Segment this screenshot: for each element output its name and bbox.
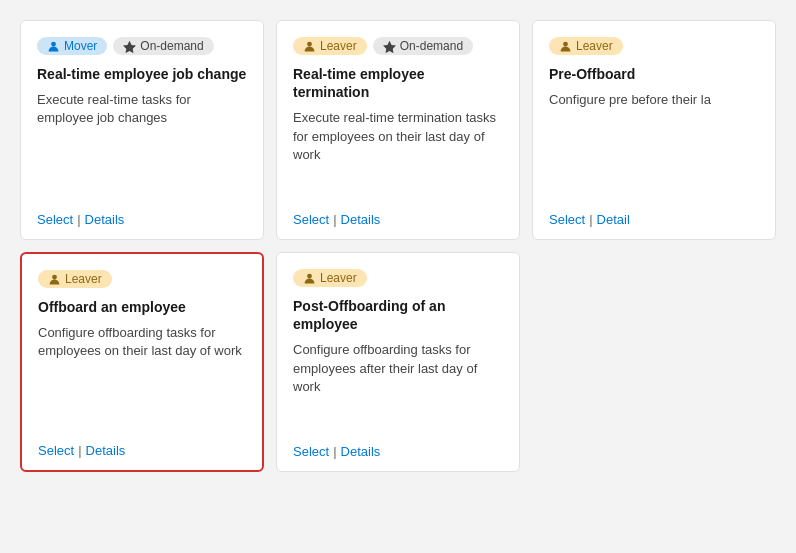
action-separator: |: [333, 212, 336, 227]
tag-leaver: Leaver: [38, 270, 112, 288]
action-separator: |: [333, 444, 336, 459]
details-link[interactable]: Details: [85, 212, 125, 227]
select-link[interactable]: Select: [549, 212, 585, 227]
card-card-2: LeaverOn-demandReal-time employee termin…: [276, 20, 520, 240]
tag-leaver: Leaver: [293, 37, 367, 55]
card-tags: Leaver: [549, 37, 759, 55]
card-tags: Leaver: [38, 270, 246, 288]
card-tags: LeaverOn-demand: [293, 37, 503, 55]
select-link[interactable]: Select: [38, 443, 74, 458]
card-description: Execute real-time termination tasks for …: [293, 109, 503, 198]
leaver-icon: [303, 271, 316, 285]
leaver-icon: [48, 272, 61, 286]
card-tags: MoverOn-demand: [37, 37, 247, 55]
tag-label: Leaver: [65, 272, 102, 286]
details-link[interactable]: Details: [86, 443, 126, 458]
main-container: MoverOn-demandReal-time employee job cha…: [8, 8, 788, 545]
svg-point-0: [51, 41, 56, 46]
details-link[interactable]: Detail: [597, 212, 630, 227]
card-actions: Select | Details: [38, 443, 246, 458]
card-title: Pre-Offboard: [549, 65, 759, 83]
card-card-3: LeaverPre-OffboardConfigure pre before t…: [532, 20, 776, 240]
tag-leaver: Leaver: [293, 269, 367, 287]
card-actions: Select | Details: [37, 212, 247, 227]
tag-ondemand: On-demand: [113, 37, 213, 55]
select-link[interactable]: Select: [293, 212, 329, 227]
card-description: Configure offboarding tasks for employee…: [38, 324, 246, 429]
action-separator: |: [589, 212, 592, 227]
ondemand-icon: [383, 39, 396, 53]
card-title: Post-Offboarding of an employee: [293, 297, 503, 333]
tag-leaver: Leaver: [549, 37, 623, 55]
card-actions: Select | Details: [293, 212, 503, 227]
card-description: Configure offboarding tasks for employee…: [293, 341, 503, 430]
card-title: Real-time employee termination: [293, 65, 503, 101]
details-link[interactable]: Details: [341, 444, 381, 459]
card-grid: MoverOn-demandReal-time employee job cha…: [20, 20, 776, 472]
card-actions: Select | Details: [293, 444, 503, 459]
tag-label: Leaver: [320, 271, 357, 285]
tag-ondemand: On-demand: [373, 37, 473, 55]
select-link[interactable]: Select: [293, 444, 329, 459]
svg-point-4: [307, 273, 312, 278]
select-link[interactable]: Select: [37, 212, 73, 227]
tag-label: On-demand: [140, 39, 203, 53]
mover-icon: [47, 39, 60, 53]
card-title: Offboard an employee: [38, 298, 246, 316]
card-description: Execute real-time tasks for employee job…: [37, 91, 247, 198]
ondemand-icon: [123, 39, 136, 53]
leaver-icon: [303, 39, 316, 53]
tag-label: On-demand: [400, 39, 463, 53]
svg-point-2: [563, 41, 568, 46]
tag-mover: Mover: [37, 37, 107, 55]
svg-point-3: [52, 274, 57, 279]
card-description: Configure pre before their la: [549, 91, 759, 198]
card-card-4: LeaverOffboard an employeeConfigure offb…: [20, 252, 264, 472]
action-separator: |: [77, 212, 80, 227]
svg-point-1: [307, 41, 312, 46]
tag-label: Mover: [64, 39, 97, 53]
details-link[interactable]: Details: [341, 212, 381, 227]
card-tags: Leaver: [293, 269, 503, 287]
card-card-5: LeaverPost-Offboarding of an employeeCon…: [276, 252, 520, 472]
card-title: Real-time employee job change: [37, 65, 247, 83]
card-card-1: MoverOn-demandReal-time employee job cha…: [20, 20, 264, 240]
action-separator: |: [78, 443, 81, 458]
card-actions: Select | Detail: [549, 212, 759, 227]
tag-label: Leaver: [576, 39, 613, 53]
leaver-icon: [559, 39, 572, 53]
tag-label: Leaver: [320, 39, 357, 53]
